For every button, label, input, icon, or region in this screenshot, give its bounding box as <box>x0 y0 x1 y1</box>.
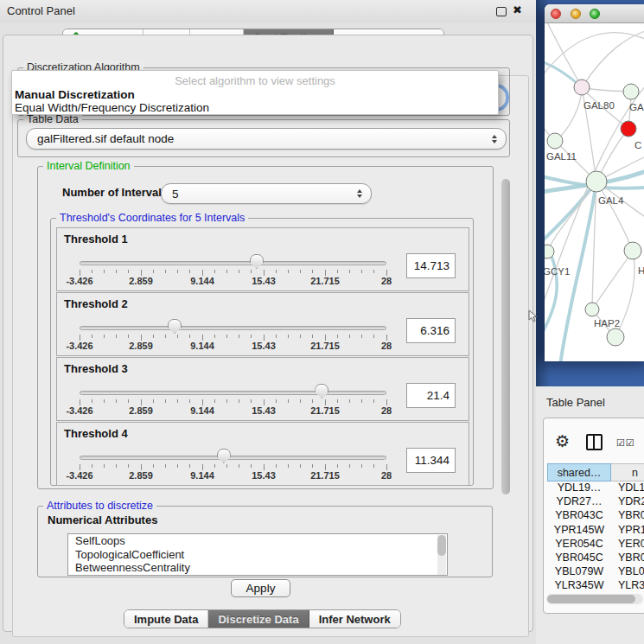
slider-tick <box>337 399 338 403</box>
threshold-value-field[interactable]: 6.316 <box>406 318 456 343</box>
threshold-label: Threshold 2 <box>64 297 128 310</box>
slider-tick <box>373 464 374 468</box>
slider-thumb[interactable] <box>217 449 231 463</box>
table-row[interactable]: YDL19…YDL1 <box>547 481 644 495</box>
slider-tick <box>141 399 142 405</box>
slider-tick-label: 28 <box>362 276 411 286</box>
slider-tick <box>202 270 203 276</box>
slider-tick <box>288 335 289 338</box>
slider-tick <box>276 399 277 403</box>
slider-track[interactable] <box>80 391 386 395</box>
table-data-combobox[interactable]: galFiltered.sif default node <box>26 128 507 150</box>
slider-tick <box>128 335 129 338</box>
table-horizontal-scrollbar[interactable] <box>546 594 643 604</box>
tab-discretize-data[interactable]: Discretize Data <box>208 610 309 628</box>
table-row[interactable]: YER054CYER0 <box>547 538 644 552</box>
slider-tick <box>128 399 129 403</box>
slider-tick-label: -3.426 <box>55 341 104 351</box>
table-row[interactable]: YDR27…YDR2 <box>547 495 644 509</box>
slider-tick <box>116 270 117 273</box>
table-cell: YLR3 <box>611 579 644 593</box>
slider-tick-label: 15.43 <box>239 276 288 286</box>
column-header[interactable]: shared… <box>547 463 611 481</box>
table-cell: YBR043C <box>547 509 611 523</box>
gear-icon[interactable]: ⚙ <box>555 431 570 450</box>
table-row[interactable]: YPR145WYPR1 <box>547 524 644 538</box>
tab-impute-data[interactable]: Impute Data <box>124 610 208 628</box>
dropdown-prompt-item[interactable]: Select algorithm to view settings <box>12 74 498 87</box>
float-window-icon[interactable] <box>496 7 507 16</box>
slider-track[interactable] <box>80 261 386 265</box>
slider-tick <box>128 270 129 273</box>
network-view-window[interactable]: GAL80GACGAL11GAL4GCY1HHAP2 <box>545 4 644 361</box>
slider-tick <box>349 399 350 403</box>
slider-tick <box>214 399 215 403</box>
close-icon[interactable]: ✖ <box>513 3 522 16</box>
network-node[interactable] <box>585 303 599 316</box>
slider-thumb[interactable] <box>250 254 264 269</box>
attribute-list-item[interactable]: TopologicalCoefficient <box>68 548 447 562</box>
node-table: shared…nYDL19…YDL1YDR27…YDR2YBR043CYBR0Y… <box>547 463 644 596</box>
slider-thumb[interactable] <box>315 384 328 399</box>
slider-track[interactable] <box>80 456 386 460</box>
network-node[interactable] <box>574 80 590 95</box>
apply-button[interactable]: Apply <box>231 579 290 597</box>
slider-tick <box>226 270 227 273</box>
slider-tick <box>325 335 326 341</box>
algorithm-dropdown-popup: Select algorithm to view settings Manual… <box>11 70 499 115</box>
list-scrollbar[interactable] <box>437 535 446 576</box>
table-cell: YER0 <box>611 538 644 552</box>
dropdown-option[interactable]: Manual Discretization <box>15 88 135 101</box>
network-node[interactable] <box>607 328 624 346</box>
network-node[interactable] <box>586 171 607 192</box>
network-node[interactable] <box>621 121 636 137</box>
numerical-attributes-list[interactable]: SelfLoopsTopologicalCoefficientBetweenne… <box>67 533 448 576</box>
slider-tick <box>116 335 117 338</box>
slider-tick <box>264 270 265 276</box>
slider-tick <box>141 464 142 470</box>
slider-tick <box>153 270 154 273</box>
table-row[interactable]: YLR345WYLR3 <box>547 579 644 593</box>
table-row[interactable]: YBR043CYBR0 <box>547 509 644 523</box>
network-window-titlebar <box>545 4 644 23</box>
attribute-list-item[interactable]: BetweennessCentrality <box>68 561 447 575</box>
table-cell: YPR1 <box>611 524 644 538</box>
screen: Control Panel ✖ NetworkStyleSelectCyni T… <box>0 0 644 644</box>
slider-tick-label: -3.426 <box>55 276 104 286</box>
slider-tick <box>325 464 326 470</box>
table-row[interactable]: YBR045CYBR0 <box>547 552 644 565</box>
slider-tick <box>116 399 117 403</box>
slider-tick <box>386 464 387 470</box>
attribute-list-item[interactable]: SelfLoops <box>68 534 447 548</box>
zoom-traffic-light-icon[interactable] <box>590 9 600 19</box>
table-row[interactable]: YBL079WYBL0 <box>547 565 644 579</box>
threshold-panel: Threshold 2-3.4262.8599.14415.4321.71528… <box>56 292 469 356</box>
slider-track[interactable] <box>80 326 386 330</box>
slider-tick <box>92 399 92 403</box>
slider-tick <box>239 399 239 403</box>
network-graph[interactable]: GAL80GACGAL11GAL4GCY1HHAP2 <box>545 23 644 361</box>
network-node[interactable] <box>624 242 641 259</box>
panel-vertical-scrollbar[interactable] <box>501 179 510 494</box>
slider-tick <box>165 464 166 468</box>
dropdown-option[interactable]: Equal Width/Frequency Discretization <box>15 101 209 114</box>
slider-thumb[interactable] <box>168 319 182 334</box>
columns-icon[interactable] <box>586 434 603 450</box>
network-node[interactable] <box>545 245 554 258</box>
minimize-traffic-light-icon[interactable] <box>571 9 581 19</box>
group-title: Attributes to discretize <box>43 500 156 512</box>
table-panel-title: Table Panel <box>546 396 605 409</box>
tab-infer-network[interactable]: Infer Network <box>309 610 400 628</box>
threshold-value-field[interactable]: 11.344 <box>406 448 456 473</box>
column-header[interactable]: n <box>611 463 644 481</box>
checkbox-icons[interactable]: ☑☑ <box>616 437 635 449</box>
network-node[interactable] <box>623 84 639 99</box>
network-node[interactable] <box>547 133 563 149</box>
number-of-intervals-combobox[interactable]: 5 <box>161 183 372 204</box>
slider-tick <box>165 399 166 403</box>
close-traffic-light-icon[interactable] <box>551 9 561 19</box>
slider-tick-label: 15.43 <box>239 341 288 351</box>
threshold-value-field[interactable]: 14.713 <box>406 253 456 278</box>
slider-tick <box>177 399 178 403</box>
threshold-value-field[interactable]: 21.4 <box>406 383 456 408</box>
